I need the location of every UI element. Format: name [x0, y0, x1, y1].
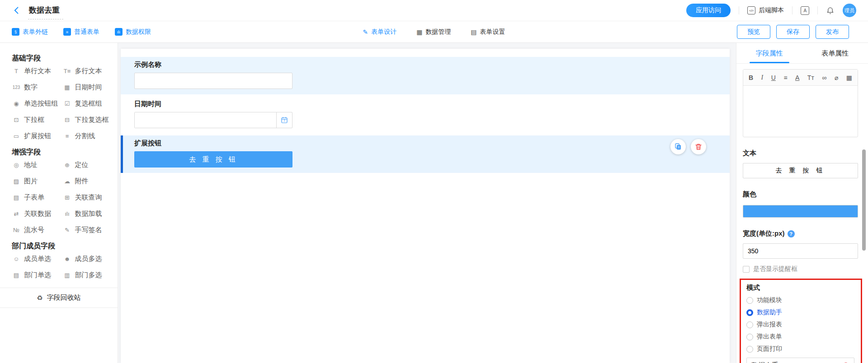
- field-item-multi-line-text[interactable]: T≡多行文本: [63, 67, 114, 75]
- field-item-multi-select[interactable]: ⊟下拉复选框: [63, 116, 114, 124]
- radio-icon[interactable]: [746, 297, 753, 304]
- calendar-picker-button[interactable]: 7: [276, 112, 292, 128]
- field-item-label: 扩展按钮: [24, 132, 51, 140]
- field-item-address[interactable]: ◎地址: [12, 161, 63, 169]
- dedupe-action-button[interactable]: 去 重 按 钮: [134, 151, 292, 168]
- main-area: 基础字段 T单行文本 T≡多行文本 123数字 ▦日期时间 ◉单选按钮组 ☑复选…: [0, 43, 868, 363]
- cloud-upload-icon: ☁: [63, 178, 71, 185]
- field-item-label: 关联数据: [24, 209, 51, 218]
- checkbox-unchecked-icon[interactable]: [743, 266, 750, 273]
- help-icon[interactable]: ?: [788, 230, 795, 237]
- mode-value-actions: [829, 362, 849, 363]
- canvas-field-datetime[interactable]: 日期时间 7: [121, 96, 730, 134]
- notification-bell-icon[interactable]: [826, 6, 835, 15]
- trash-icon: [694, 143, 703, 151]
- field-item-dept-single[interactable]: ▤部门单选: [12, 271, 63, 279]
- field-item-label: 单选按钮组: [24, 99, 58, 108]
- field-item-data-load[interactable]: ılı数据加载: [63, 209, 114, 218]
- field-recycle-bin-button[interactable]: ♻ 字段回收站: [0, 288, 118, 308]
- data-permission-button[interactable]: ılı 数据权限: [115, 28, 151, 36]
- button-text-input[interactable]: [743, 163, 858, 178]
- field-item-position[interactable]: ⊕定位: [63, 161, 114, 169]
- field-item-divider-line[interactable]: ≡分割线: [63, 132, 114, 140]
- save-button[interactable]: 保存: [776, 25, 810, 39]
- rich-text-editor: B I U ≡ A Tт ∞ ⌀ ▦: [743, 69, 858, 137]
- section-title-basic-fields: 基础字段: [0, 47, 118, 65]
- field-item-single-line-text[interactable]: T单行文本: [12, 67, 63, 75]
- link-label: 数据权限: [126, 28, 151, 36]
- sample-name-input[interactable]: [134, 73, 292, 89]
- field-item-dept-multi[interactable]: ▥部门多选: [63, 271, 114, 279]
- link-icon[interactable]: ∞: [822, 74, 826, 81]
- datetime-input[interactable]: [135, 112, 276, 128]
- canvas-field-extend-button[interactable]: 扩展按钮 去 重 按 钮: [121, 135, 730, 173]
- tab-data-manage[interactable]: ▦ 数据管理: [416, 28, 451, 36]
- canvas-field-sample-name[interactable]: 示例名称: [121, 57, 730, 94]
- align-icon[interactable]: ≡: [783, 74, 787, 81]
- field-item-member-multi[interactable]: ☻成员多选: [63, 255, 114, 263]
- mode-option-data-assistant[interactable]: 数据助手: [746, 308, 854, 316]
- field-item-member-single[interactable]: ☺成员单选: [12, 255, 63, 263]
- address-book-icon[interactable]: A: [801, 6, 809, 15]
- field-item-datetime[interactable]: ▦日期时间: [63, 83, 114, 92]
- underline-icon[interactable]: U: [771, 74, 776, 81]
- mode-option-page-print[interactable]: 页面打印: [746, 345, 854, 353]
- image-icon[interactable]: ▦: [846, 74, 852, 81]
- back-button[interactable]: [12, 5, 22, 15]
- width-input[interactable]: [743, 243, 858, 259]
- avatar[interactable]: 理员: [843, 4, 856, 17]
- italic-icon[interactable]: I: [761, 74, 764, 81]
- mode-section-label: 模式: [746, 284, 854, 292]
- mode-option-popup-report[interactable]: 弹出报表: [746, 321, 854, 329]
- field-item-signature[interactable]: ✎手写签名: [63, 226, 114, 234]
- field-item-attachment[interactable]: ☁附件: [63, 177, 114, 186]
- font-color-icon[interactable]: A: [795, 74, 799, 81]
- page-title: 数据去重: [28, 4, 63, 19]
- divider: [817, 6, 818, 14]
- radio-icon[interactable]: [746, 334, 753, 340]
- field-item-select[interactable]: ⊡下拉框: [12, 116, 63, 124]
- divider-line-icon: ≡: [63, 133, 71, 140]
- configure-gear-button[interactable]: [829, 362, 836, 363]
- calendar-icon: 7: [280, 116, 288, 124]
- field-label: 日期时间: [134, 100, 721, 108]
- radio-selected-icon[interactable]: [746, 309, 753, 316]
- radio-icon[interactable]: [746, 346, 753, 353]
- tab-form-properties[interactable]: 表单属性: [802, 43, 868, 63]
- radio-icon[interactable]: [746, 321, 753, 328]
- unlink-icon[interactable]: ⌀: [835, 74, 838, 81]
- publish-button[interactable]: 发布: [816, 25, 849, 39]
- normal-form-button[interactable]: ≡ 普通表单: [63, 28, 99, 36]
- tab-form-design[interactable]: ✎ 表单设计: [363, 28, 396, 36]
- mode-option-popup-form[interactable]: 弹出表单: [746, 333, 854, 341]
- bold-icon[interactable]: B: [749, 74, 753, 81]
- backend-script-button[interactable]: </> 后端脚本: [747, 6, 784, 14]
- reminder-checkbox-row[interactable]: 是否显示提醒框: [743, 265, 858, 273]
- tab-label: 表单设置: [480, 28, 505, 36]
- tab-form-settings[interactable]: ▤ 表单设置: [471, 28, 505, 36]
- mode-value-row[interactable]: 数据去重: [746, 358, 854, 363]
- field-item-checkbox-group[interactable]: ☑复选框组: [63, 99, 114, 108]
- field-item-extend-button[interactable]: ▭扩展按钮: [12, 132, 63, 140]
- field-item-subform[interactable]: ▤子表单: [12, 193, 63, 202]
- color-swatch[interactable]: [743, 205, 858, 218]
- copy-field-button[interactable]: [670, 139, 686, 154]
- mode-option-function-module[interactable]: 功能模块: [746, 296, 854, 304]
- divider: [792, 6, 793, 14]
- rich-text-area[interactable]: [743, 86, 858, 135]
- field-item-radio-group[interactable]: ◉单选按钮组: [12, 99, 63, 108]
- field-item-relation-data[interactable]: ⇄关联数据: [12, 209, 63, 218]
- app-access-button[interactable]: 应用访问: [686, 4, 731, 17]
- panel-scrollbar[interactable]: [862, 149, 866, 251]
- delete-field-button[interactable]: [691, 139, 706, 154]
- tab-field-properties[interactable]: 字段属性: [736, 43, 802, 63]
- field-item-number[interactable]: 123数字: [12, 83, 63, 92]
- font-size-icon[interactable]: Tт: [807, 74, 814, 81]
- field-item-image[interactable]: ▨图片: [12, 177, 63, 186]
- preview-button[interactable]: 预览: [737, 25, 770, 39]
- field-item-serial-number[interactable]: №流水号: [12, 226, 63, 234]
- recycle-icon: ♻: [37, 294, 42, 302]
- field-item-relation-query[interactable]: ⊞关联查询: [63, 193, 114, 202]
- form-external-link-button[interactable]: § 表单外链: [12, 28, 48, 36]
- copy-icon: [674, 143, 682, 151]
